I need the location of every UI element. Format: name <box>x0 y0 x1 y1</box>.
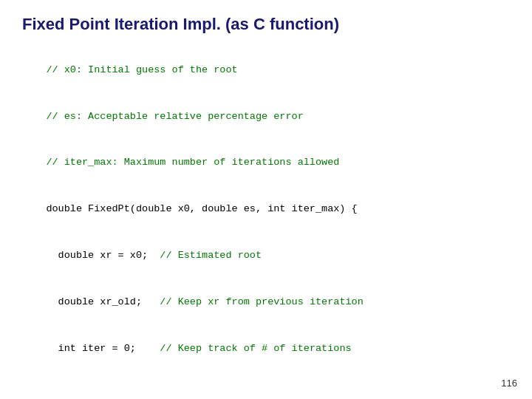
comment-iter: // Keep track of # of iterations <box>160 343 351 354</box>
slide-container: Fixed Point Iteration Impl. (as C functi… <box>0 0 532 399</box>
code-line-iter: int iter = 0; <box>46 343 160 354</box>
comment-xr: // Estimated root <box>160 250 262 261</box>
slide-title: Fixed Point Iteration Impl. (as C functi… <box>22 15 510 34</box>
comment-line-3: // iter_max: Maximum number of iteration… <box>46 157 339 168</box>
code-block: // x0: Initial guess of the root // es: … <box>22 47 510 399</box>
comment-line-1: // x0: Initial guess of the root <box>46 64 237 75</box>
code-line-func: double FixedPt(double x0, double es, int… <box>46 203 357 214</box>
code-line-xr: double xr = x0; <box>46 250 160 261</box>
comment-line-2: // es: Acceptable relative percentage er… <box>46 111 303 122</box>
code-line-xrold: double xr_old; <box>46 296 160 307</box>
comment-xrold: // Keep xr from previous iteration <box>160 296 363 307</box>
page-number: 116 <box>501 378 517 389</box>
